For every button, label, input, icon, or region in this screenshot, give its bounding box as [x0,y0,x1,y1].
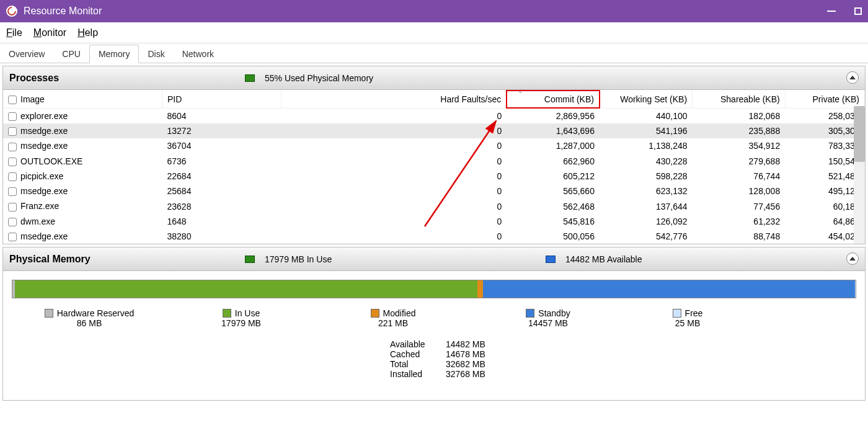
col-image[interactable]: Image [3,91,162,108]
memory-chip-icon [245,74,255,82]
table-row[interactable]: Franz.exe236280562,468137,64477,45660,18… [3,198,865,213]
tab-disk[interactable]: Disk [139,45,173,63]
row-checkbox[interactable] [8,127,17,136]
col-working-set[interactable]: Working Set (KB) [600,91,693,108]
row-checkbox[interactable] [8,112,17,121]
table-row[interactable]: msedge.exe256840565,660623,132128,008495… [3,184,865,198]
legend-standby: Standby 14457 MB [471,308,626,328]
titlebar: Resource Monitor [0,0,868,22]
table-row[interactable]: msedge.exe1327201,643,696541,196235,8883… [3,123,865,138]
processes-title: Processes [9,73,59,84]
row-checkbox[interactable] [8,218,17,226]
minimize-button[interactable] [827,11,836,12]
sort-indicator: ⌄ [518,90,523,94]
collapse-button[interactable] [846,252,859,265]
row-checkbox[interactable] [8,203,17,212]
table-row[interactable]: msedge.exe3670401,287,0001,138,248354,91… [3,138,865,153]
memory-bar [12,280,856,298]
row-checkbox[interactable] [8,143,17,151]
table-row[interactable]: OUTLOOK.EXE67360662,960430,228279,688150… [3,154,865,169]
legend-in-use: In Use 17979 MB [167,308,316,328]
processes-status: 55% Used Physical Memory [245,73,373,83]
physical-memory-title: Physical Memory [9,254,91,265]
table-row[interactable]: picpick.exe226840605,212598,22876,744521… [3,169,865,184]
maximize-button[interactable] [854,7,862,15]
row-checkbox[interactable] [8,187,17,196]
window-title: Resource Monitor [24,6,102,17]
available-status: 14482 MB Available [546,254,642,264]
segment-free [855,280,856,298]
swatch-icon [45,309,53,318]
segment-in-use [15,280,477,298]
swatch-icon [673,309,681,318]
memory-chip-icon [546,256,556,263]
window-controls [827,7,862,15]
process-table: Image PID Hard Faults/sec Commit (KB) Wo… [3,90,865,244]
table-row[interactable]: msedge.exe382800500,056542,77688,748454,… [3,229,865,244]
row-checkbox[interactable] [8,172,17,181]
segment-standby [483,280,855,298]
scrollbar[interactable] [854,106,865,244]
table-header-row: Image PID Hard Faults/sec Commit (KB) Wo… [3,91,865,108]
process-table-wrap: ⌄ Image PID Hard Faults/sec Commit (KB) … [3,90,865,244]
swatch-icon [223,309,231,318]
table-row[interactable]: explorer.exe860402,869,956440,100182,068… [3,108,865,123]
row-checkbox[interactable] [8,233,17,241]
menu-help[interactable]: Help [78,27,98,38]
physical-memory-header[interactable]: Physical Memory 17979 MB In Use 14482 MB… [3,247,865,271]
menu-file[interactable]: File [6,27,22,38]
memory-legend: Hardware Reserved 86 MB In Use 17979 MB … [12,308,856,328]
app-icon [6,6,17,17]
menubar: File Monitor Help [0,22,868,43]
row-checkbox[interactable] [8,158,17,166]
col-private[interactable]: Private (KB) [785,91,864,108]
physical-memory-body: Hardware Reserved 86 MB In Use 17979 MB … [3,271,865,400]
col-pid[interactable]: PID [162,91,281,108]
menu-monitor[interactable]: Monitor [33,27,66,38]
col-hard-faults[interactable]: Hard Faults/sec [281,91,507,108]
tab-cpu[interactable]: CPU [53,45,89,63]
legend-free: Free 25 MB [626,308,750,328]
memory-summary: Available14482 MB Cached14678 MB Total32… [390,339,856,379]
table-row[interactable]: dwm.exe16480545,816126,09261,23264,860 [3,214,865,229]
segment-modified [477,280,483,298]
memory-chip-icon [245,256,255,263]
processes-section: Processes 55% Used Physical Memory ⌄ Ima… [2,66,866,244]
swatch-icon [371,309,379,318]
legend-modified: Modified 221 MB [316,308,471,328]
tab-network[interactable]: Network [174,45,223,63]
tab-bar: Overview CPU Memory Disk Network [0,43,868,63]
processes-header[interactable]: Processes 55% Used Physical Memory [3,66,865,90]
col-shareable[interactable]: Shareable (KB) [693,91,786,108]
select-all-checkbox[interactable] [8,96,17,104]
tab-overview[interactable]: Overview [0,45,53,63]
swatch-icon [526,309,534,318]
scrollbar-thumb[interactable] [854,106,865,162]
tab-memory[interactable]: Memory [89,45,140,63]
physical-memory-section: Physical Memory 17979 MB In Use 14482 MB… [2,247,866,401]
legend-hardware-reserved: Hardware Reserved 86 MB [12,308,167,328]
collapse-button[interactable] [846,71,859,84]
in-use-status: 17979 MB In Use [245,254,332,264]
